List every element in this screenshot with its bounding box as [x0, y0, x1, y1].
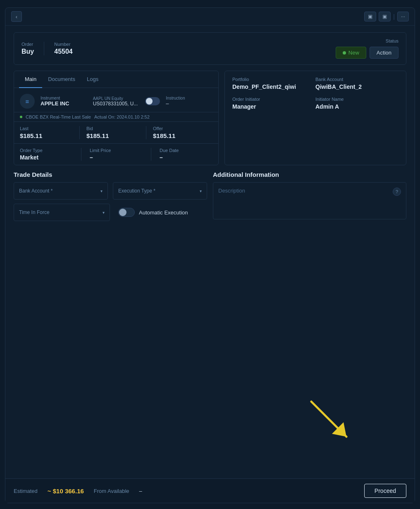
price-bid: Bid $185.11 [86, 126, 146, 139]
order-label: Order [21, 42, 34, 47]
arrow-area [14, 227, 406, 472]
tabs: Main Documents Logs [14, 71, 218, 88]
time-in-force-chevron-icon: ▾ [103, 210, 105, 215]
help-icon[interactable]: ? [393, 188, 401, 196]
order-type-item-limit: Limit Price – [90, 148, 151, 161]
instrument-name: APPLE INC [41, 100, 87, 107]
type-value: Market [20, 154, 73, 161]
instrument-icon-glyph: ≡ [26, 98, 29, 105]
order-number-item: Number 45504 [54, 42, 73, 55]
window-btn-2[interactable]: ▣ [379, 12, 391, 21]
realtime-bar: CBOE BZX Real-Time Last Sale Actual On: … [14, 112, 218, 122]
tab-logs[interactable]: Logs [81, 71, 104, 88]
initiator-item: Order Initiator Manager [232, 97, 315, 110]
instrument-row: ≡ Instrument APPLE INC AAPL UN Equity US… [14, 88, 218, 112]
time-in-force-dropdown[interactable]: Time In Force ▾ [14, 204, 110, 221]
execution-type-dropdown[interactable]: Execution Type * ▾ [113, 182, 207, 200]
initiator-name-value: Admin A [315, 103, 399, 110]
bank-account-label: Bank Account [315, 77, 399, 82]
win-separator: | [393, 13, 395, 20]
estimated-value: ~ $10 366.16 [48, 488, 84, 495]
left-panel: Main Documents Logs ≡ Instrument [14, 71, 219, 165]
execution-type-placeholder: Execution Type * [118, 188, 155, 194]
trade-additional-sections: Trade Details Bank Account * ▾ Execution… [14, 171, 406, 221]
info-row-1: Portfolio Demo_PF_Client2_qiwi Bank Acco… [232, 77, 399, 90]
content-row: Main Documents Logs ≡ Instrument [14, 71, 406, 165]
number-value: 45504 [54, 48, 73, 55]
portfolio-item: Portfolio Demo_PF_Client2_qiwi [232, 77, 315, 90]
instruction-toggle[interactable] [145, 97, 160, 105]
titlebar-left: ‹ [11, 11, 22, 22]
limit-value: – [90, 154, 143, 161]
portfolio-label: Portfolio [232, 77, 315, 82]
bottom-bar: Estimated ~ $10 366.16 From Available – … [5, 478, 415, 503]
auto-exec-toggle[interactable] [118, 208, 135, 217]
auto-exec-row: Time In Force ▾ Automatic Execution [14, 204, 207, 221]
instruction-label: Instruction [166, 96, 212, 100]
instruction-col: Instruction – [166, 96, 212, 107]
bank-account-dropdown[interactable]: Bank Account * ▾ [14, 182, 108, 200]
due-label: Due Date [160, 148, 212, 153]
auto-exec-container: Automatic Execution [115, 208, 207, 217]
estimated-area: Estimated ~ $10 366.16 From Available – [14, 488, 142, 495]
limit-label: Limit Price [90, 148, 143, 153]
bank-account-chevron-icon: ▾ [100, 189, 103, 193]
from-available-label: From Available [94, 488, 129, 494]
order-type-row: Order Type Market Limit Price – Due Date… [14, 143, 218, 165]
realtime-text: CBOE BZX Real-Time Last Sale [26, 114, 91, 119]
status-label: Status [386, 38, 399, 43]
order-type-item: Order Buy [21, 42, 44, 55]
initiator-value: Manager [232, 103, 315, 110]
proceed-button[interactable]: Proceed [364, 484, 406, 498]
due-value: – [160, 154, 212, 161]
trade-details-section: Trade Details Bank Account * ▾ Execution… [14, 171, 207, 221]
status-dot [343, 51, 346, 55]
prices-row: Last $185.11 Bid $185.11 Offer $185.11 [14, 122, 218, 143]
main-content: Order Buy Number 45504 Status New Action [5, 26, 415, 478]
proceed-label: Proceed [375, 488, 396, 494]
bid-label: Bid [86, 126, 139, 131]
back-button[interactable]: ‹ [11, 11, 22, 22]
window-btn-1[interactable]: ▣ [364, 12, 376, 21]
dropdown-row-1: Bank Account * ▾ Execution Type * ▾ [14, 182, 207, 200]
titlebar-right: ▣ ▣ | ··· [364, 12, 409, 21]
bank-account-item: Bank Account QiwiBA_Client_2 [315, 77, 399, 90]
offer-label: Offer [153, 126, 206, 131]
order-type-item-type: Order Type Market [20, 148, 81, 161]
description-field[interactable]: Description ? [213, 182, 406, 219]
initiator-name-label: Initiator Name [315, 97, 399, 102]
right-panel: Portfolio Demo_PF_Client2_qiwi Bank Acco… [224, 71, 406, 165]
last-value: $185.11 [20, 132, 73, 139]
instrument-info: Instrument APPLE INC [41, 96, 87, 107]
trade-details-title: Trade Details [14, 171, 207, 178]
bank-account-placeholder: Bank Account * [19, 188, 52, 194]
bank-account-value: QiwiBA_Client_2 [315, 83, 399, 90]
order-header: Order Buy Number 45504 Status New Action [14, 32, 406, 65]
from-available-value: – [139, 488, 142, 494]
yellow-arrow-icon [307, 397, 357, 447]
info-row-2: Order Initiator Manager Initiator Name A… [232, 97, 399, 110]
instrument-icon: ≡ [20, 94, 35, 109]
additional-info-section: Additional Information Description ? [213, 171, 406, 221]
action-button[interactable]: Action [370, 47, 399, 59]
order-info: Order Buy Number 45504 [21, 42, 73, 55]
execution-type-chevron-icon: ▾ [200, 189, 202, 193]
price-offer: Offer $185.11 [153, 126, 212, 139]
new-button[interactable]: New [336, 47, 366, 59]
estimated-label: Estimated [14, 488, 38, 494]
additional-info-title: Additional Information [213, 171, 406, 178]
order-type-item-due: Due Date – [160, 148, 212, 161]
type-label: Order Type [20, 148, 73, 153]
window-btn-more[interactable]: ··· [397, 12, 409, 21]
time-in-force-placeholder: Time In Force [19, 209, 50, 215]
tab-main[interactable]: Main [19, 71, 42, 88]
titlebar: ‹ ▣ ▣ | ··· [5, 8, 415, 26]
instrument-id-col: AAPL UN Equity US0378331005, U... [93, 96, 140, 107]
price-last: Last $185.11 [20, 126, 80, 139]
instruction-value: – [166, 100, 212, 107]
tab-documents[interactable]: Documents [42, 71, 81, 88]
status-area: Status New Action [336, 38, 399, 59]
realtime-dot [20, 116, 22, 118]
instrument-sublabel: Instrument [41, 96, 87, 100]
last-label: Last [20, 126, 73, 131]
